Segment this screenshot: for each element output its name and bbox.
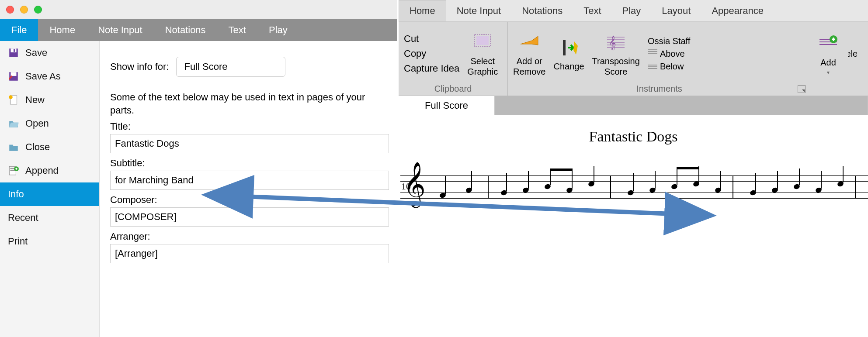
sidebar-label: Append — [25, 165, 59, 176]
sidebar-label: Save — [25, 47, 47, 58]
arranger-input[interactable] — [110, 244, 389, 263]
parts-subtoolbar: Full Score — [399, 96, 868, 115]
tab-home[interactable]: Home — [38, 19, 87, 41]
change-instrument-icon — [557, 36, 581, 59]
left-window: File Home Note Input Notations Text Play… — [0, 0, 399, 337]
subtitle-input[interactable] — [110, 171, 389, 190]
subtitle-label: Subtitle: — [110, 158, 389, 169]
rtab-notations[interactable]: Notations — [511, 0, 573, 21]
score-title: Fantastic Dogs — [399, 128, 868, 145]
rtab-home[interactable]: Home — [399, 0, 446, 21]
staff-above-button[interactable]: Above — [648, 49, 690, 59]
parts-empty-area — [495, 96, 868, 115]
composer-label: Composer: — [110, 194, 389, 206]
window-zoom-button[interactable] — [34, 6, 42, 14]
sidebar-item-open[interactable]: Open — [0, 112, 99, 135]
sidebar-item-recent[interactable]: Recent — [0, 206, 99, 230]
rtab-layout[interactable]: Layout — [651, 0, 701, 21]
score-canvas[interactable]: Fantastic Dogs 10 𝄞 — [399, 115, 868, 215]
open-icon — [8, 118, 19, 129]
add-remove-label: Add or Remove — [513, 56, 545, 77]
sidebar-label: New — [25, 94, 45, 106]
sidebar-item-close[interactable]: Close — [0, 135, 99, 159]
select-graphic-icon — [471, 31, 494, 54]
dropdown-caret-icon: ▾ — [827, 69, 830, 76]
rtab-appearance[interactable]: Appearance — [701, 0, 774, 21]
sidebar-item-save-as[interactable]: Save As — [0, 65, 99, 88]
titlebar — [0, 0, 397, 19]
transposing-score-button[interactable]: 𝄞 Transposing Score — [592, 31, 640, 77]
transposing-label: Transposing Score — [592, 56, 640, 77]
close-icon — [8, 141, 19, 153]
clipboard-group-title: Clipboard — [404, 83, 502, 95]
svg-rect-9 — [10, 170, 15, 171]
tab-text[interactable]: Text — [217, 19, 257, 41]
save-icon — [8, 47, 19, 58]
show-info-select[interactable]: Full Score — [176, 57, 285, 77]
rtab-note-input[interactable]: Note Input — [446, 0, 512, 21]
instruments-group-title: Instruments — [636, 83, 682, 95]
part-tab-full-score[interactable]: Full Score — [399, 96, 495, 115]
sidebar-label: Close — [25, 141, 50, 153]
transposing-score-icon: 𝄞 — [604, 31, 628, 54]
staff-below-button[interactable]: Below — [648, 62, 690, 72]
arranger-label: Arranger: — [110, 231, 389, 242]
info-desc: Some of the text below may be used in te… — [110, 91, 389, 117]
title-label: Title: — [110, 121, 389, 132]
title-input[interactable] — [110, 134, 389, 153]
trumpet-icon — [517, 31, 541, 54]
window-close-button[interactable] — [6, 6, 14, 14]
ribbon-body: Cut Copy Capture Idea Select Graphic Cli… — [399, 22, 868, 96]
select-graphic-label: Select Graphic — [467, 56, 498, 77]
select-graphic-button[interactable]: Select Graphic — [467, 31, 498, 77]
tab-notations[interactable]: Notations — [154, 19, 217, 41]
info-panel: Show info for: Full Score Some of the te… — [100, 41, 397, 337]
sidebar-item-info[interactable]: Info — [0, 182, 99, 206]
append-icon — [8, 165, 19, 176]
saveas-icon — [8, 71, 19, 82]
svg-point-6 — [9, 95, 13, 99]
rtab-play[interactable]: Play — [612, 0, 652, 21]
clipboard-cut[interactable]: Cut — [404, 33, 459, 45]
treble-clef-icon: 𝄞 — [403, 165, 426, 203]
delete-bars-label: Delete — [848, 48, 857, 59]
sidebar-label: Open — [25, 118, 49, 129]
sidebar-label: Recent — [8, 212, 38, 224]
change-label: Change — [553, 61, 584, 72]
right-window: Home Note Input Notations Text Play Layo… — [399, 0, 868, 337]
rtab-text[interactable]: Text — [573, 0, 611, 21]
tab-note-input[interactable]: Note Input — [87, 19, 154, 41]
ribbon-tabs: Home Note Input Notations Text Play Layo… — [399, 0, 868, 22]
sidebar-item-new[interactable]: New — [0, 88, 99, 112]
svg-rect-2 — [14, 49, 15, 52]
delete-bars-button[interactable]: Delete — [848, 48, 857, 59]
sidebar-label: Info — [8, 189, 24, 200]
add-bars-label: Add — [820, 57, 836, 68]
left-menubar: File Home Note Input Notations Text Play — [0, 19, 397, 41]
svg-rect-12 — [476, 36, 489, 45]
tab-file[interactable]: File — [0, 19, 38, 41]
add-remove-instruments-button[interactable]: Add or Remove — [513, 31, 545, 77]
clipboard-capture-idea[interactable]: Capture Idea — [404, 63, 459, 74]
staff-below-icon — [648, 62, 657, 72]
window-minimize-button[interactable] — [20, 6, 28, 14]
clipboard-copy[interactable]: Copy — [404, 48, 459, 59]
svg-rect-4 — [11, 72, 17, 76]
show-info-value: Full Score — [184, 61, 228, 72]
ribbon-group-clipboard: Cut Copy Capture Idea Select Graphic Cli… — [399, 22, 508, 96]
instruments-dialog-launcher[interactable] — [798, 85, 806, 93]
sidebar-item-append[interactable]: Append — [0, 159, 99, 182]
ribbon-group-bars: Add ▾ Delete — [811, 22, 868, 96]
tab-play[interactable]: Play — [257, 19, 299, 41]
svg-rect-13 — [563, 40, 566, 55]
change-instrument-button[interactable]: Change — [553, 36, 584, 72]
sidebar-item-save[interactable]: Save — [0, 41, 99, 65]
ribbon-group-instruments: Add or Remove Change 𝄞 Transposing Score… — [508, 22, 811, 96]
ossia-staff-button[interactable]: Ossia Staff — [648, 36, 690, 46]
sidebar-label: Save As — [25, 71, 61, 82]
add-bars-button[interactable]: Add ▾ — [816, 32, 840, 76]
new-icon — [8, 94, 19, 106]
add-bars-icon — [816, 32, 840, 55]
sidebar-item-print[interactable]: Print — [0, 230, 99, 253]
composer-input[interactable] — [110, 207, 389, 227]
